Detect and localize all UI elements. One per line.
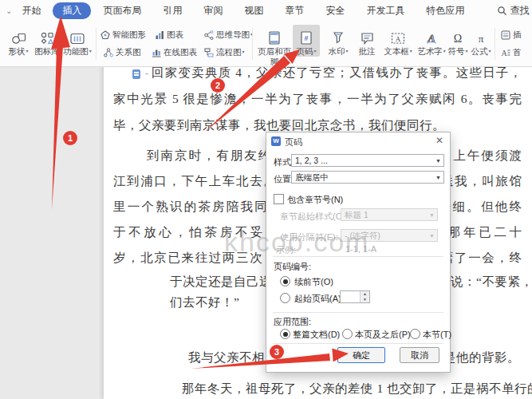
tab-dev-tools[interactable]: 开发工具 xyxy=(366,4,404,18)
tab-section[interactable]: 章节 xyxy=(285,4,304,18)
continue-section-radio[interactable] xyxy=(280,276,290,286)
include-chapter-checkbox[interactable] xyxy=(274,194,284,204)
cancel-button[interactable]: 取消 xyxy=(400,347,439,363)
wps-writer-window: ⌄ 开始 插入 页面布局 引用 审阅 视图 章节 安全 开发工具 特色应用 查找… xyxy=(0,0,532,399)
arrow-1-shaft xyxy=(52,46,63,210)
header-footer-label: 页眉和页脚 xyxy=(255,46,294,67)
step-2-badge: 2 xyxy=(211,78,225,93)
start-at-label: 起始页码(A): xyxy=(294,293,344,305)
online-chart-button[interactable]: 在线图表 xyxy=(152,46,197,58)
spinner-down-icon[interactable]: ▼ xyxy=(361,297,369,302)
tab-special-features[interactable]: 特色应用 xyxy=(426,4,464,18)
tab-home[interactable]: 开始 xyxy=(22,4,41,18)
chapter-style-select: 标题 1 ▼ xyxy=(341,208,438,221)
dropcap-partial-icon: A xyxy=(501,48,510,57)
collapse-ribbon-icon[interactable]: ⌄ xyxy=(6,7,12,15)
search-label: 查找 xyxy=(510,4,529,18)
page-number-dialog: W 页码 ✕ 样式(F): 1, 2, 3 ... ▼ 位置(S): 底端居中 … xyxy=(266,132,451,373)
ribbon: 形状 图标库 功能图 智能 xyxy=(0,22,532,67)
mind-map-label: 思维导图 xyxy=(216,30,253,41)
dropcap-partial-button[interactable]: A 首 xyxy=(501,46,522,58)
menu-bar: ⌄ 开始 插入 页面布局 引用 审阅 视图 章节 安全 开发工具 特色应用 查找 xyxy=(0,0,532,22)
word-art-button[interactable]: A 艺术字 xyxy=(416,25,447,57)
function-diagram-button[interactable]: 功能图 xyxy=(61,25,94,57)
flowchart-button[interactable]: 流程图 xyxy=(204,46,245,58)
formula-button[interactable]: π 公式 xyxy=(469,25,493,57)
svg-text:#: # xyxy=(304,34,308,42)
bookmark-icon[interactable] xyxy=(132,69,140,79)
start-at-radio[interactable] xyxy=(280,293,290,303)
step-3-badge: 3 xyxy=(270,345,284,359)
dialog-title: 页码 xyxy=(285,136,302,148)
page-and-after-radio[interactable] xyxy=(342,329,353,339)
insert-partial-label: 插 xyxy=(513,30,522,41)
watermark-button[interactable]: 水印 xyxy=(324,25,353,57)
relation-diagram-button[interactable]: 关系图 xyxy=(104,46,141,58)
insert-partial-button[interactable]: 插 xyxy=(501,29,522,41)
step-1-badge: 1 xyxy=(63,131,77,145)
this-section-radio[interactable] xyxy=(410,329,420,339)
comment-button[interactable]: 批注 xyxy=(354,25,380,57)
search-icon xyxy=(497,6,507,16)
start-page-spinner[interactable]: ▲ ▼ xyxy=(340,290,370,303)
ribbon-separator xyxy=(252,28,253,60)
comment-icon xyxy=(361,32,374,45)
icon-library-label: 图标库 xyxy=(32,46,62,57)
this-section-label: 本节(T) xyxy=(423,329,451,341)
page-number-button[interactable]: # 页码 xyxy=(293,25,320,57)
chapter-style-value: 标题 1 xyxy=(345,210,368,219)
smart-graphic-icon xyxy=(100,30,110,40)
example-label: 示例: xyxy=(276,244,296,256)
function-diagram-icon xyxy=(70,33,85,45)
chevron-down-icon: ▼ xyxy=(435,172,441,184)
ribbon-separator xyxy=(96,28,97,60)
chevron-down-icon: ▼ xyxy=(435,155,441,167)
text-box-icon: A xyxy=(391,32,405,45)
close-icon[interactable]: ✕ xyxy=(435,135,443,146)
chart-button[interactable]: 图表 xyxy=(155,29,183,41)
symbol-icon: Ω xyxy=(451,32,464,45)
ok-button[interactable]: 确定 xyxy=(337,347,385,363)
icon-library-button[interactable]: 图标库 xyxy=(32,25,62,57)
style-select[interactable]: 1, 2, 3 ... ▼ xyxy=(291,154,444,167)
online-chart-icon xyxy=(152,48,161,57)
flowchart-icon xyxy=(204,48,214,57)
style-value: 1, 2, 3 ... xyxy=(295,156,328,165)
mind-map-button[interactable]: 思维导图 xyxy=(204,29,253,41)
smart-graphic-button[interactable]: 智能图形 xyxy=(100,29,146,41)
page-and-after-label: 本页及之后(P) xyxy=(355,329,411,341)
separator-value: - (连字符) xyxy=(345,231,380,240)
flowchart-label: 流程图 xyxy=(216,47,245,58)
shapes-icon xyxy=(11,33,26,45)
whole-document-label: 整篇文档(D) xyxy=(293,329,340,341)
chapter-style-label: 章节起始样式(C): xyxy=(280,211,347,223)
watermark-label: 水印 xyxy=(324,46,353,57)
separator-select: - (连字符) ▼ xyxy=(341,229,438,242)
function-diagram-label: 功能图 xyxy=(61,46,94,57)
text-box-button[interactable]: A 文本框 xyxy=(381,25,415,57)
word-art-label: 艺术字 xyxy=(416,46,447,57)
tab-view[interactable]: 视图 xyxy=(244,4,263,18)
word-art-icon: A xyxy=(424,32,439,45)
svg-text:π: π xyxy=(479,33,484,45)
position-select[interactable]: 底端居中 ▼ xyxy=(291,171,444,184)
tab-insert[interactable]: 插入 xyxy=(53,2,91,19)
symbol-button[interactable]: Ω 符号 xyxy=(446,25,470,57)
doc-line: 回家变卖典质 4，父亲还了亏空；又借钱办了丧事。这些日子， xyxy=(152,65,522,82)
shapes-button[interactable]: 形状 xyxy=(3,25,33,57)
search-button[interactable]: 查找 xyxy=(497,4,529,18)
tab-review[interactable]: 审阅 xyxy=(203,4,223,18)
tab-references[interactable]: 引用 xyxy=(163,4,182,18)
svg-text:A: A xyxy=(396,35,401,43)
insert-partial-icon xyxy=(501,30,510,40)
whole-document-radio[interactable] xyxy=(280,329,290,339)
symbol-label: 符号 xyxy=(446,46,470,57)
dialog-divider xyxy=(273,343,443,344)
header-footer-button[interactable]: 页眉和页脚 xyxy=(255,25,294,67)
dialog-divider xyxy=(273,256,443,257)
tab-security[interactable]: 安全 xyxy=(325,4,345,18)
mind-map-icon xyxy=(204,30,214,40)
tab-page-layout[interactable]: 页面布局 xyxy=(103,4,141,18)
continue-section-label: 续前节(O) xyxy=(294,276,333,288)
numbering-section-label: 页码编号: xyxy=(274,261,311,273)
